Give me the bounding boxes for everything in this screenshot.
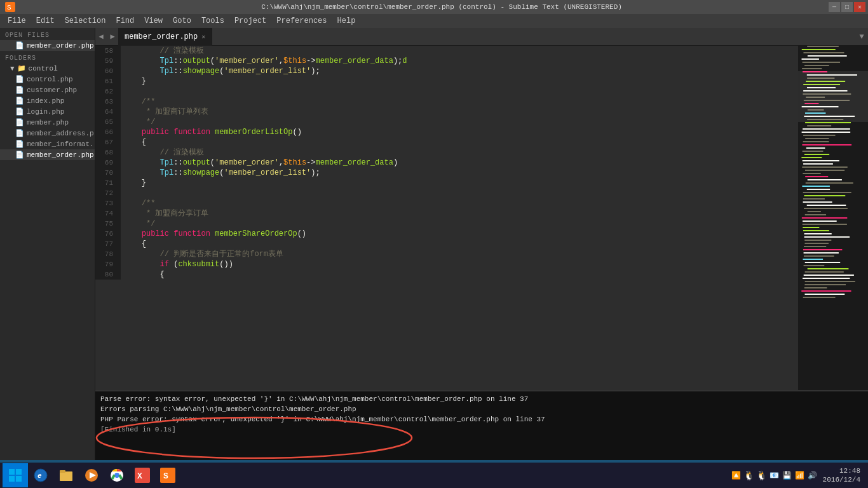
tabbar: ◀ ▶ member_order.php ✕ ▼ [95, 28, 868, 46]
code-line-64: 64 * 加盟商订单列表 [95, 107, 798, 117]
start-button[interactable] [3, 463, 28, 487]
code-line-62: 62 [95, 86, 798, 97]
menu-file[interactable]: File [3, 14, 31, 28]
open-file-member-order[interactable]: 📄 member_order.php [0, 40, 95, 51]
close-button[interactable]: ✕ [854, 2, 865, 12]
file-icon: 📄 [15, 41, 24, 50]
tab-label: member_order.php [125, 32, 198, 41]
filename: control.php [27, 76, 73, 83]
code-line-61: 61 } [95, 76, 798, 86]
folder-name: control [29, 65, 58, 72]
tab-member-order[interactable]: member_order.php ✕ [118, 28, 212, 46]
taskbar-media-button[interactable] [79, 463, 104, 487]
main-layout: OPEN FILES 📄 member_order.php FOLDERS ▼ … [0, 28, 868, 460]
filename: member.php [27, 119, 69, 126]
code-line-66: 66 public function memberOrderListOp() [95, 127, 798, 137]
open-file-name: member_order.php [27, 42, 94, 50]
code-line-76: 76 public function memberShareOrderOp() [95, 229, 798, 239]
code-line-58: 58 // 渲染模板 [95, 46, 798, 56]
filename: member_informat... [27, 140, 95, 148]
tray-qq2-icon[interactable]: 🐧 [757, 470, 767, 480]
folder-icon: 📁 [17, 64, 26, 72]
code-editor[interactable]: 58 // 渲染模板 59 Tpl::output('member_order'… [95, 46, 798, 390]
taskbar: e X S 🔼 🐧 🐧 📧 💾 📶 🔊 12:48 2016/12/4 [0, 463, 868, 488]
svg-text:S: S [163, 471, 168, 481]
code-line-77: 77 { [95, 239, 798, 249]
file-member-address[interactable]: 📄 member_address.p... [0, 128, 95, 139]
code-line-60: 60 Tpl::showpage('member_order_list'); [95, 66, 798, 76]
code-line-70: 70 Tpl::showpage('member_order_list'); [95, 168, 798, 178]
filename: login.php [27, 108, 64, 116]
app-icon: S [5, 1, 17, 13]
code-line-72: 72 [95, 188, 798, 198]
file-customer[interactable]: 📄 customer.php [0, 85, 95, 95]
svg-rect-6 [16, 476, 22, 482]
menu-tools[interactable]: Tools [196, 14, 229, 28]
menu-help[interactable]: Help [332, 14, 361, 28]
taskbar-sublime-button[interactable]: S [155, 463, 180, 487]
menu-view[interactable]: View [139, 14, 168, 28]
svg-rect-9 [60, 471, 72, 481]
tray-qq1-icon[interactable]: 🐧 [744, 470, 754, 480]
svg-rect-3 [9, 469, 15, 475]
tray-volume-icon[interactable]: 🔊 [808, 470, 818, 480]
filename: customer.php [27, 86, 77, 94]
taskbar-chrome-button[interactable] [104, 463, 130, 487]
file-member[interactable]: 📄 member.php [0, 117, 95, 128]
code-line-67: 67 { [95, 137, 798, 147]
menu-edit[interactable]: Edit [31, 14, 60, 28]
taskbar-xmind-button[interactable]: X [130, 463, 155, 487]
code-line-63: 63 /** [95, 97, 798, 107]
minimize-button[interactable]: ─ [829, 2, 840, 12]
file-icon: 📄 [15, 107, 24, 116]
svg-text:S: S [7, 4, 11, 11]
folder-control[interactable]: ▼ 📁 control [0, 63, 95, 74]
svg-point-14 [114, 473, 119, 478]
system-clock: 12:48 2016/12/4 [820, 466, 863, 484]
file-member-informat[interactable]: 📄 member_informat... [0, 139, 95, 149]
code-line-79: 79 if (chksubmit()) [95, 259, 798, 269]
file-icon: 📄 [15, 118, 24, 126]
system-tray: 🔼 🐧 🐧 📧 💾 📶 🔊 12:48 2016/12/4 [731, 466, 865, 484]
tab-close-button[interactable]: ✕ [201, 33, 205, 41]
code-line-69: 69 Tpl::output('member_order',$this->mem… [95, 158, 798, 168]
tab-nav-right[interactable]: ▶ [107, 28, 118, 46]
code-line-71: 71 } [95, 178, 798, 188]
code-line-80: 80 { [95, 269, 798, 280]
tab-nav-left[interactable]: ◀ [95, 28, 107, 46]
code-line-73: 73 /** [95, 198, 798, 208]
tab-dropdown-button[interactable]: ▼ [855, 28, 868, 46]
file-member-order[interactable]: 📄 member_order.php [0, 149, 95, 160]
open-files-label: OPEN FILES [0, 28, 95, 40]
maximize-button[interactable]: □ [841, 2, 853, 12]
svg-rect-5 [9, 476, 15, 482]
menubar: File Edit Selection Find View Goto Tools… [0, 14, 868, 28]
code-line-78: 78 // 判断是否来自于正常的form表单 [95, 249, 798, 259]
file-control[interactable]: 📄 control.php [0, 74, 95, 85]
file-icon: 📄 [15, 151, 24, 159]
output-line-2: Errors parsing C:\WWW\ahj\njm_member\con… [100, 404, 863, 414]
tray-disk-icon[interactable]: 💾 [782, 470, 792, 480]
file-icon: 📄 [15, 86, 24, 94]
tray-mail-icon[interactable]: 📧 [770, 470, 780, 480]
tray-network-icon[interactable]: 📶 [795, 470, 805, 480]
svg-rect-10 [60, 470, 65, 473]
menu-goto[interactable]: Goto [168, 14, 196, 28]
tray-expand-icon[interactable]: 🔼 [731, 470, 742, 480]
taskbar-folder-button[interactable] [53, 463, 79, 487]
file-index[interactable]: 📄 index.php [0, 95, 95, 106]
file-icon: 📄 [15, 129, 24, 137]
menu-selection[interactable]: Selection [60, 14, 111, 28]
clock-time: 12:48 [823, 466, 860, 475]
menu-project[interactable]: Project [229, 14, 271, 28]
file-login[interactable]: 📄 login.php [0, 106, 95, 117]
file-icon: 📄 [15, 97, 24, 105]
svg-text:e: e [37, 472, 42, 480]
menu-preferences[interactable]: Preferences [271, 14, 332, 28]
folder-arrow-icon: ▼ [10, 65, 15, 72]
taskbar-ie-button[interactable]: e [28, 463, 53, 487]
filename: member_address.p... [27, 130, 95, 137]
menu-find[interactable]: Find [111, 14, 139, 28]
output-line-4: [Finished in 0.1s] [100, 424, 863, 435]
output-panel: Parse error: syntax error, unexpected '}… [95, 390, 868, 460]
